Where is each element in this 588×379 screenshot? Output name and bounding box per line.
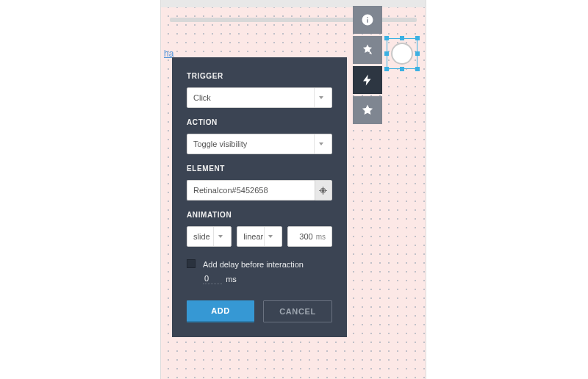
interaction-panel: TRIGGER Click ACTION Toggle visibility E… (172, 57, 347, 337)
lightning-icon (361, 73, 374, 87)
resize-handle[interactable] (415, 36, 420, 40)
interactions-tool[interactable] (353, 66, 382, 94)
action-label: ACTION (187, 118, 332, 126)
animation-type-select[interactable]: slide (187, 226, 232, 247)
favorites-tool[interactable] (353, 96, 382, 124)
info-icon (361, 13, 374, 26)
target-picker-button[interactable] (315, 180, 332, 201)
trigger-field: TRIGGER Click (187, 72, 332, 108)
animation-easing-value: linear (243, 232, 263, 241)
resize-handle[interactable] (384, 36, 389, 40)
delay-checkbox-row: Add delay before interaction (187, 259, 332, 271)
delay-checkbox[interactable] (187, 259, 196, 268)
chevron-down-icon (314, 88, 327, 107)
cancel-button[interactable]: CANCEL (263, 300, 332, 322)
animation-type-value: slide (193, 232, 210, 241)
delay-unit: ms (226, 275, 237, 284)
animation-easing-select[interactable]: linear (237, 226, 282, 247)
chevron-down-icon (213, 227, 226, 246)
action-field: ACTION Toggle visibility (187, 118, 332, 154)
element-value: RetinaIcon#5452658 (193, 186, 268, 195)
styles-tool[interactable] (353, 36, 382, 64)
resize-handle[interactable] (400, 67, 404, 71)
animation-duration-value: 300 (299, 232, 312, 241)
crosshair-icon (318, 186, 328, 195)
element-label: ELEMENT (187, 165, 332, 173)
chevron-down-icon (264, 227, 277, 246)
trigger-value: Click (193, 93, 211, 102)
trigger-label: TRIGGER (187, 72, 332, 80)
chevron-down-icon (314, 134, 327, 154)
add-button[interactable]: ADD (187, 300, 254, 322)
action-value: Toggle visibility (193, 140, 247, 148)
element-toolbar (353, 6, 382, 124)
animation-label: ANIMATION (187, 211, 332, 219)
info-tool[interactable] (353, 6, 382, 34)
resize-handle[interactable] (384, 51, 389, 56)
animation-duration-input[interactable]: 300 ms (287, 226, 332, 247)
action-select[interactable]: Toggle visibility (187, 134, 332, 154)
element-input[interactable]: RetinaIcon#5452658 (187, 180, 315, 201)
resize-handle[interactable] (415, 67, 420, 71)
element-field: ELEMENT RetinaIcon#5452658 (187, 165, 332, 201)
resize-handle[interactable] (384, 67, 389, 71)
resize-handle[interactable] (400, 36, 404, 40)
resize-handle[interactable] (415, 51, 420, 56)
selection-frame (387, 38, 417, 69)
delay-input[interactable]: 0 (203, 274, 222, 284)
star-icon (361, 104, 374, 117)
selected-element[interactable] (387, 38, 417, 69)
trigger-select[interactable]: Click (187, 87, 332, 108)
paint-star-icon (361, 43, 374, 57)
delay-value-row: 0 ms (203, 274, 332, 284)
animation-field: ANIMATION slide linear 300 ms (187, 211, 332, 247)
delay-label: Add delay before interaction (203, 259, 304, 271)
button-row: ADD CANCEL (187, 300, 332, 322)
animation-duration-unit: ms (316, 233, 326, 241)
